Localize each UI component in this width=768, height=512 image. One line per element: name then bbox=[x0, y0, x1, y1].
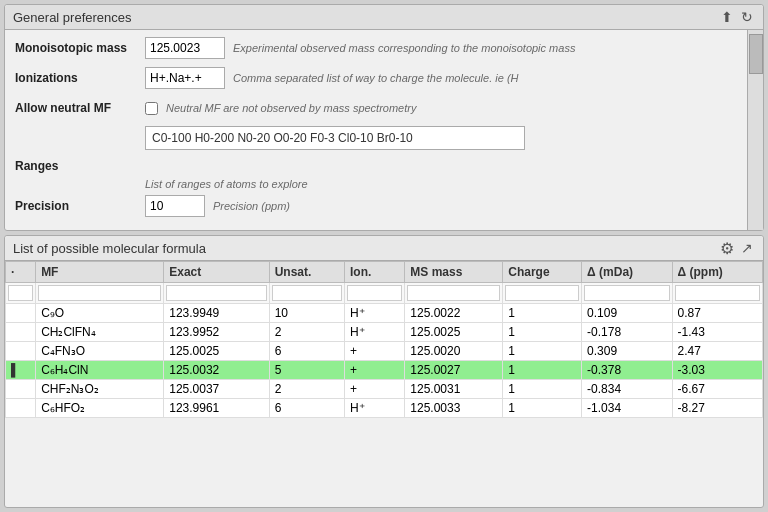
col-header-dppm[interactable]: Δ (ppm) bbox=[672, 262, 762, 283]
cell-ion: H⁺ bbox=[345, 399, 405, 418]
table-row[interactable]: C₉O123.994910H⁺125.002210.1090.87 bbox=[6, 304, 763, 323]
table-wrapper[interactable]: · MF Exact Unsat. Ion. MS mass Charge Δ … bbox=[5, 261, 763, 507]
cell-exact: 125.0025 bbox=[164, 342, 269, 361]
cell-ms-mass: 125.0025 bbox=[405, 323, 503, 342]
cell-charge: 1 bbox=[503, 380, 582, 399]
scrollbar-thumb[interactable] bbox=[749, 34, 763, 74]
allow-neutral-row: Allow neutral MF Neutral MF are not obse… bbox=[15, 96, 737, 120]
filter-row bbox=[6, 283, 763, 304]
filter-ion-input[interactable] bbox=[347, 285, 402, 301]
cell-dots bbox=[6, 342, 36, 361]
filter-unsat-input[interactable] bbox=[272, 285, 342, 301]
cell-dots bbox=[6, 304, 36, 323]
upload-icon[interactable]: ⬆ bbox=[719, 9, 735, 25]
table-row[interactable]: C₄FN₃O125.00256+125.002010.3092.47 bbox=[6, 342, 763, 361]
col-header-dmda[interactable]: Δ (mDa) bbox=[582, 262, 672, 283]
cell-mf: C₆HFO₂ bbox=[36, 399, 164, 418]
list-panel-header: List of possible molecular formula ⚙ ↗ bbox=[5, 236, 763, 261]
cell-exact: 123.9961 bbox=[164, 399, 269, 418]
filter-exact-input[interactable] bbox=[166, 285, 266, 301]
ionizations-row: Ionizations Comma separated list of way … bbox=[15, 66, 737, 90]
filter-exact bbox=[164, 283, 269, 304]
precision-label: Precision bbox=[15, 199, 145, 213]
header-icon-group: ⬆ ↻ bbox=[719, 9, 755, 25]
filter-dots bbox=[6, 283, 36, 304]
cell-exact: 123.9949 bbox=[164, 304, 269, 323]
refresh-icon[interactable]: ↻ bbox=[739, 9, 755, 25]
cell-delta-ppm: -6.67 bbox=[672, 380, 762, 399]
ionizations-hint: Comma separated list of way to charge th… bbox=[233, 72, 519, 84]
allow-neutral-checkbox[interactable] bbox=[145, 102, 158, 115]
ranges-label: Ranges bbox=[15, 159, 145, 173]
col-header-exact[interactable]: Exact bbox=[164, 262, 269, 283]
cell-exact: 123.9952 bbox=[164, 323, 269, 342]
cell-charge: 1 bbox=[503, 304, 582, 323]
cell-dots: ▌ bbox=[6, 361, 36, 380]
cell-delta-mda: 0.309 bbox=[582, 342, 672, 361]
col-header-ion[interactable]: Ion. bbox=[345, 262, 405, 283]
cell-ion: + bbox=[345, 380, 405, 399]
filter-charge bbox=[503, 283, 582, 304]
ionizations-label: Ionizations bbox=[15, 71, 145, 85]
cell-ms-mass: 125.0027 bbox=[405, 361, 503, 380]
cell-delta-mda: -1.034 bbox=[582, 399, 672, 418]
settings-icon[interactable]: ⚙ bbox=[719, 240, 735, 256]
table-row[interactable]: C₆HFO₂123.99616H⁺125.00331-1.034-8.27 bbox=[6, 399, 763, 418]
cell-delta-mda: -0.378 bbox=[582, 361, 672, 380]
filter-charge-input[interactable] bbox=[505, 285, 579, 301]
cell-unsat: 10 bbox=[269, 304, 344, 323]
cell-unsat: 2 bbox=[269, 380, 344, 399]
cell-ms-mass: 125.0033 bbox=[405, 399, 503, 418]
col-header-unsat[interactable]: Unsat. bbox=[269, 262, 344, 283]
cell-exact: 125.0037 bbox=[164, 380, 269, 399]
col-header-charge[interactable]: Charge bbox=[503, 262, 582, 283]
cell-mf: C₆H₄ClN bbox=[36, 361, 164, 380]
monoisotopic-hint: Experimental observed mass corresponding… bbox=[233, 42, 575, 54]
list-panel-title: List of possible molecular formula bbox=[13, 241, 206, 256]
filter-dots-input[interactable] bbox=[8, 285, 33, 301]
filter-mf-input[interactable] bbox=[38, 285, 161, 301]
filter-dmda-input[interactable] bbox=[584, 285, 669, 301]
filter-dppm-input[interactable] bbox=[675, 285, 760, 301]
cell-delta-mda: 0.109 bbox=[582, 304, 672, 323]
cell-ion: + bbox=[345, 342, 405, 361]
monoisotopic-input[interactable] bbox=[145, 37, 225, 59]
cell-delta-ppm: 2.47 bbox=[672, 342, 762, 361]
cell-charge: 1 bbox=[503, 361, 582, 380]
precision-row: Precision Precision (ppm) bbox=[15, 194, 737, 218]
molecular-formula-panel: List of possible molecular formula ⚙ ↗ ·… bbox=[4, 235, 764, 508]
filter-ion bbox=[345, 283, 405, 304]
cell-unsat: 6 bbox=[269, 399, 344, 418]
cell-ms-mass: 125.0031 bbox=[405, 380, 503, 399]
filter-mf bbox=[36, 283, 164, 304]
cell-delta-ppm: -8.27 bbox=[672, 399, 762, 418]
general-preferences-panel: General preferences ⬆ ↻ Monoisotopic mas… bbox=[4, 4, 764, 231]
filter-dmda bbox=[582, 283, 672, 304]
cell-ion: H⁺ bbox=[345, 323, 405, 342]
col-header-dots: · bbox=[6, 262, 36, 283]
filter-unsat bbox=[269, 283, 344, 304]
table-header-row: · MF Exact Unsat. Ion. MS mass Charge Δ … bbox=[6, 262, 763, 283]
filter-msmass-input[interactable] bbox=[407, 285, 500, 301]
table-row[interactable]: CHF₂N₃O₂125.00372+125.00311-0.834-6.67 bbox=[6, 380, 763, 399]
cell-charge: 1 bbox=[503, 323, 582, 342]
col-header-mf[interactable]: MF bbox=[36, 262, 164, 283]
cell-ion: + bbox=[345, 361, 405, 380]
col-header-msmass[interactable]: MS mass bbox=[405, 262, 503, 283]
allow-neutral-label: Allow neutral MF bbox=[15, 101, 145, 115]
ranges-value-box[interactable]: C0-100 H0-200 N0-20 O0-20 F0-3 Cl0-10 Br… bbox=[145, 126, 525, 150]
export-icon[interactable]: ↗ bbox=[739, 240, 755, 256]
precision-input[interactable] bbox=[145, 195, 205, 217]
table-row[interactable]: CH₂ClFN₄123.99522H⁺125.00251-0.178-1.43 bbox=[6, 323, 763, 342]
cell-delta-mda: -0.834 bbox=[582, 380, 672, 399]
scrollbar[interactable] bbox=[747, 30, 763, 230]
cell-delta-ppm: -1.43 bbox=[672, 323, 762, 342]
cell-ion: H⁺ bbox=[345, 304, 405, 323]
ionizations-input[interactable] bbox=[145, 67, 225, 89]
molecular-formula-table: · MF Exact Unsat. Ion. MS mass Charge Δ … bbox=[5, 261, 763, 418]
cell-mf: C₉O bbox=[36, 304, 164, 323]
table-row[interactable]: ▌C₆H₄ClN125.00325+125.00271-0.378-3.03 bbox=[6, 361, 763, 380]
cell-mf: CHF₂N₃O₂ bbox=[36, 380, 164, 399]
cell-ms-mass: 125.0022 bbox=[405, 304, 503, 323]
cell-charge: 1 bbox=[503, 342, 582, 361]
